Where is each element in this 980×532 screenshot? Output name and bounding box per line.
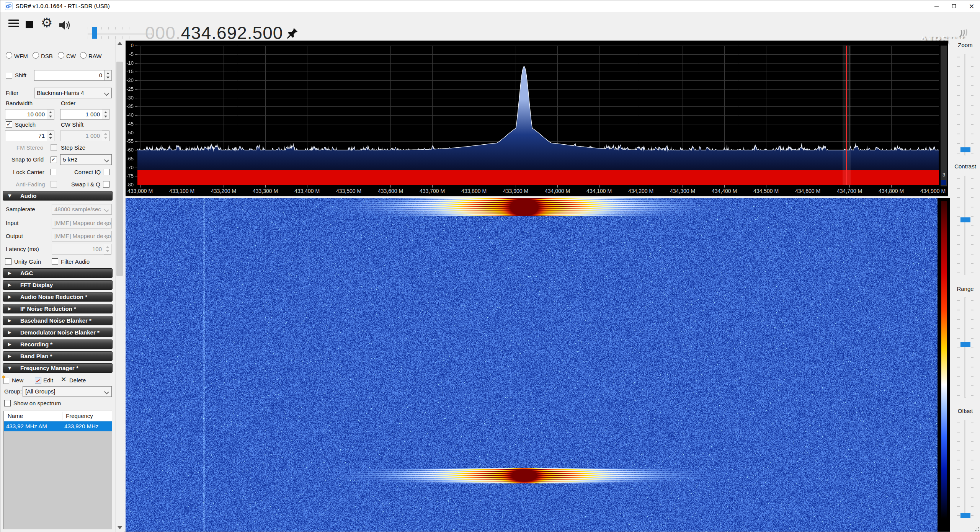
slider-handle[interactable] [960, 342, 970, 347]
settings-gear-icon[interactable]: ⚙ [41, 15, 52, 30]
correct-iq-checkbox[interactable] [103, 169, 109, 175]
bandwidth-spinner[interactable] [47, 109, 54, 120]
squelch-checkbox[interactable] [6, 121, 12, 128]
scrollbar-thumb[interactable] [116, 62, 123, 276]
shift-spinner[interactable] [104, 70, 112, 81]
squelch-input[interactable]: 71 [5, 131, 47, 141]
frequency-table-header[interactable]: Name Frequency [4, 411, 112, 421]
unity-gain-checkbox[interactable] [5, 258, 11, 265]
panel-scrollbar[interactable] [115, 39, 124, 532]
slider-tick [971, 469, 973, 470]
range-slider[interactable] [950, 297, 980, 398]
panel-header-if-noise-reduction[interactable]: ▶IF Noise Reduction * [3, 304, 113, 313]
slider-track[interactable] [964, 54, 966, 155]
offset-slider[interactable] [950, 420, 980, 518]
db-tick-label: -40 [126, 112, 134, 118]
spectrum-plot[interactable] [137, 46, 939, 185]
slider-tick [957, 105, 960, 106]
panel-header-fft-display[interactable]: ▶FFT Display [3, 280, 113, 290]
freq-tick-label: 434,300 M [663, 188, 702, 194]
pin-icon[interactable] [284, 26, 299, 41]
bandwidth-input[interactable]: 10 000 [5, 109, 47, 120]
radio-cw[interactable] [58, 52, 64, 59]
radio-cw-label: CW [66, 53, 76, 59]
swap-iq-checkbox[interactable] [103, 181, 109, 188]
cw-shift-label: CW Shift [61, 121, 83, 128]
db-tick-label: -55 [126, 138, 134, 144]
col-header-name[interactable]: Name [8, 413, 23, 419]
slider-track[interactable] [964, 176, 966, 275]
slider-handle[interactable] [960, 217, 970, 222]
slider-track[interactable] [964, 297, 966, 398]
radio-raw[interactable] [80, 52, 87, 59]
panel-header-label: Band Plan * [20, 352, 52, 361]
audio-output-value: [MME] Mappeur de so [54, 233, 111, 239]
db-tick-label: -35 [126, 103, 134, 109]
slider-tick [971, 188, 973, 189]
slider-handle[interactable] [960, 147, 970, 152]
slider-track[interactable] [964, 420, 966, 518]
shift-input[interactable]: 0 [34, 70, 105, 81]
squelch-spinner[interactable] [47, 131, 54, 141]
slider-tick [957, 460, 960, 460]
minimize-button[interactable] [928, 0, 945, 12]
close-button[interactable]: × [963, 0, 980, 12]
freq-tick-label: 434,800 M [872, 188, 910, 194]
slider-tick [957, 207, 960, 207]
panel-header-baseband-noise-blanker[interactable]: ▶Baseband Noise Blanker * [3, 316, 113, 325]
slider-tick [957, 57, 960, 57]
panel-header-demodulator-noise-blanker[interactable]: ▶Demodulator Noise Blanker * [3, 328, 113, 337]
titlebar[interactable]: SDR# v1.0.0.1664 - RTL-SDR (USB) × [0, 0, 980, 12]
panel-header-recording[interactable]: ▶Recording * [3, 339, 113, 349]
maximize-button[interactable] [945, 0, 963, 12]
scroll-down-icon[interactable] [118, 526, 122, 529]
order-input[interactable]: 1 000 [60, 109, 102, 120]
zoom-slider[interactable] [950, 54, 980, 155]
step-size-select[interactable]: 5 kHz [60, 154, 112, 165]
panel-header-agc[interactable]: ▶AGC [3, 268, 113, 278]
filter-select[interactable]: Blackman-Harris 4 [34, 88, 112, 98]
lock-carrier-checkbox[interactable] [51, 169, 57, 175]
resize-grip[interactable] [975, 527, 979, 531]
slider-tick [971, 225, 973, 226]
panel-header-band-plan[interactable]: ▶Band Plan * [3, 351, 113, 361]
contrast-slider[interactable] [950, 176, 980, 275]
panel-header-frequency-manager[interactable]: ▼ Frequency Manager * [3, 363, 113, 373]
slider-tick [957, 273, 960, 273]
order-spinner[interactable] [102, 109, 109, 120]
table-row-selected[interactable]: 433,92 MHz AM 433,920 MHz [4, 421, 112, 431]
shift-checkbox[interactable] [6, 72, 12, 78]
slider-handle[interactable] [960, 513, 970, 518]
radio-wfm[interactable] [6, 52, 12, 59]
waterfall-display[interactable] [126, 198, 950, 532]
offset-slider-label: Offset [950, 408, 980, 414]
menu-button[interactable] [8, 20, 19, 28]
show-on-spectrum-checkbox[interactable] [4, 400, 11, 406]
db-tick-label: -60 [126, 147, 134, 153]
frequency-display[interactable]: 000.434.692.500 [145, 23, 283, 43]
slider-tick [957, 497, 960, 498]
slider-tick [971, 432, 973, 432]
panel-header-audio[interactable]: ▼ Audio [3, 191, 113, 201]
stop-button[interactable] [26, 21, 33, 28]
slider-tick [957, 441, 960, 442]
slider-tick [957, 197, 960, 198]
waterfall-plot[interactable] [126, 198, 938, 532]
slider-tick [957, 85, 960, 86]
panel-header-audio-noise-reduction[interactable]: ▶Audio Noise Reduction * [3, 292, 113, 302]
db-tick-mark [135, 176, 137, 176]
filter-audio-checkbox[interactable] [52, 258, 58, 265]
table-empty-area[interactable] [4, 431, 112, 529]
spectrum-scale-bar[interactable]: 3 [941, 46, 947, 186]
db-tick-label: -45 [126, 121, 134, 127]
group-select[interactable]: [All Groups] [23, 386, 112, 397]
scroll-up-icon[interactable] [118, 42, 122, 45]
db-tick-mark [135, 141, 137, 142]
radio-dsb[interactable] [33, 52, 39, 59]
col-header-frequency[interactable]: Frequency [66, 413, 93, 419]
snap-to-grid-checkbox[interactable] [51, 157, 57, 163]
freq-tick-label: 434,500 M [747, 188, 785, 194]
speaker-icon[interactable] [59, 20, 72, 31]
spectrum-display[interactable]: 0-5-10-15-20-25-30-35-40-45-50-55-60-65-… [126, 41, 948, 196]
volume-slider-handle[interactable] [92, 27, 97, 40]
